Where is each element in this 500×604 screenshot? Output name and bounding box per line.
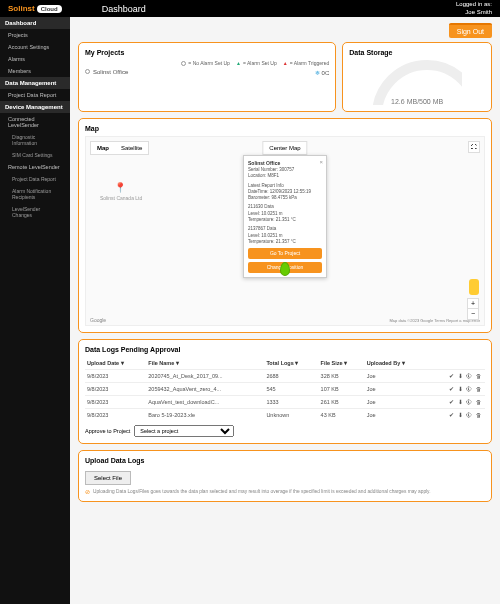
- sidebar-group-data[interactable]: Data Management: [0, 77, 70, 89]
- row-actions[interactable]: ✔ ⬇ 🛈 🗑: [428, 409, 485, 422]
- pending-title: Data Logs Pending Approval: [85, 346, 485, 353]
- storage-gauge: 12.6 MB/500 MB: [372, 60, 462, 105]
- approve-label: Approve to Project: [85, 428, 130, 434]
- login-info: Logged in as: Joe Smith: [456, 1, 492, 15]
- col-total-logs[interactable]: Total Logs ▾: [264, 357, 318, 370]
- top-bar: SolinstCloud Dashboard Logged in as: Joe…: [0, 0, 500, 17]
- main-content: Sign Out My Projects = No Alarm Set Up ▲…: [70, 17, 500, 604]
- table-row: 9/8/20232059432_AquaVent_zero_4...545107…: [85, 383, 485, 396]
- warning-icon: ⊘: [85, 488, 90, 495]
- sign-out-button[interactable]: Sign Out: [449, 23, 492, 38]
- sidebar-sub-pdr[interactable]: Project Data Report: [0, 173, 70, 185]
- map-area[interactable]: Map Satellite Center Map ⛶ 📍 Solinst Can…: [85, 136, 485, 326]
- table-row: 9/8/2023Baro 5-19-2023.xleUnknown43 KBJo…: [85, 409, 485, 422]
- brand-part2: Cloud: [37, 5, 62, 13]
- sidebar-item-connected[interactable]: Connected LevelSender: [0, 113, 70, 131]
- login-user: Joe Smith: [456, 9, 492, 16]
- sidebar-sub-diag[interactable]: Diagnostic Information: [0, 131, 70, 149]
- zoom-controls: + −: [467, 298, 479, 320]
- sidebar-item-members[interactable]: Members: [0, 65, 70, 77]
- select-file-button[interactable]: Select File: [85, 471, 131, 485]
- map-tab-satellite[interactable]: Satellite: [115, 142, 148, 154]
- brand-logo: SolinstCloud: [8, 4, 62, 13]
- sidebar-item-remote[interactable]: Remote LevelSender: [0, 161, 70, 173]
- my-projects-card: My Projects = No Alarm Set Up ▲= Alarm S…: [78, 42, 336, 112]
- map-info-window: × Solinst Office Serial Number: 300757 L…: [243, 155, 327, 278]
- storage-text: 12.6 MB/500 MB: [372, 98, 462, 105]
- row-actions[interactable]: ✔ ⬇ 🛈 🗑: [428, 383, 485, 396]
- table-row: 9/8/20232020745_At_Desk_2017_09...268832…: [85, 370, 485, 383]
- projects-title: My Projects: [85, 49, 329, 56]
- col-file-name[interactable]: File Name ▾: [146, 357, 264, 370]
- storage-title: Data Storage: [349, 49, 485, 56]
- approve-project-select[interactable]: Select a project: [134, 425, 234, 437]
- center-map-button[interactable]: Center Map: [262, 141, 307, 155]
- page-title: Dashboard: [102, 4, 146, 14]
- col-uploaded-by[interactable]: Uploaded By ▾: [365, 357, 429, 370]
- sidebar-sub-alarm[interactable]: Alarm Notification Recipients: [0, 185, 70, 203]
- sidebar-item-projects[interactable]: Projects: [0, 29, 70, 41]
- temp-icon: ❄0C: [315, 69, 330, 76]
- map-attribution: Map data ©2023 Google Terms Report a map…: [390, 318, 480, 323]
- login-label: Logged in as:: [456, 1, 492, 8]
- pending-logs-card: Data Logs Pending Approval Upload Date ▾…: [78, 339, 492, 444]
- go-to-project-button[interactable]: Go To Project: [248, 248, 322, 259]
- sidebar: Dashboard Projects Account Settings Alar…: [0, 17, 70, 604]
- map-card: Map Map Satellite Center Map ⛶ 📍 Solinst…: [78, 118, 492, 333]
- close-icon[interactable]: ×: [319, 158, 323, 166]
- map-marker-icon[interactable]: [280, 262, 290, 276]
- row-actions[interactable]: ✔ ⬇ 🛈 🗑: [428, 370, 485, 383]
- google-logo: Google: [90, 317, 106, 323]
- brand-part1: Solinst: [8, 4, 35, 13]
- pending-table: Upload Date ▾ File Name ▾ Total Logs ▾ F…: [85, 357, 485, 421]
- map-type-tabs: Map Satellite: [90, 141, 149, 155]
- sidebar-group-device[interactable]: Device Management: [0, 101, 70, 113]
- alarm-legend: = No Alarm Set Up ▲= Alarm Set Up ▲= Ala…: [181, 60, 329, 66]
- table-row: 9/8/2023AquaVent_test_downloadC...133326…: [85, 396, 485, 409]
- map-tab-map[interactable]: Map: [91, 142, 115, 154]
- fullscreen-icon[interactable]: ⛶: [468, 141, 480, 153]
- sidebar-group-dashboard[interactable]: Dashboard: [0, 17, 70, 29]
- project-row[interactable]: Solinst Office ❄0C: [85, 66, 329, 79]
- zoom-in-button[interactable]: +: [468, 299, 478, 309]
- approve-row: Approve to Project Select a project: [85, 425, 485, 437]
- sidebar-item-alarms[interactable]: Alarms: [0, 53, 70, 65]
- sidebar-sub-sim[interactable]: SIM Card Settings: [0, 149, 70, 161]
- upload-warning: ⊘ Uploading Data Logs/Files goes towards…: [85, 488, 485, 495]
- sidebar-item-account[interactable]: Account Settings: [0, 41, 70, 53]
- upload-card: Upload Data Logs Select File ⊘ Uploading…: [78, 450, 492, 502]
- pegman-icon[interactable]: [469, 279, 479, 295]
- map-pin-label: Solinst Canada Ltd: [100, 195, 142, 201]
- sidebar-item-projectdata[interactable]: Project Data Report: [0, 89, 70, 101]
- upload-title: Upload Data Logs: [85, 457, 485, 464]
- sidebar-sub-changes[interactable]: LevelSender Changes: [0, 203, 70, 221]
- col-upload-date[interactable]: Upload Date ▾: [85, 357, 146, 370]
- col-file-size[interactable]: File Size ▾: [319, 357, 365, 370]
- data-storage-card: Data Storage 12.6 MB/500 MB: [342, 42, 492, 112]
- map-pin-icon[interactable]: 📍: [114, 182, 126, 193]
- circle-icon: [85, 69, 90, 74]
- row-actions[interactable]: ✔ ⬇ 🛈 🗑: [428, 396, 485, 409]
- map-title: Map: [85, 125, 485, 132]
- col-actions: [428, 357, 485, 370]
